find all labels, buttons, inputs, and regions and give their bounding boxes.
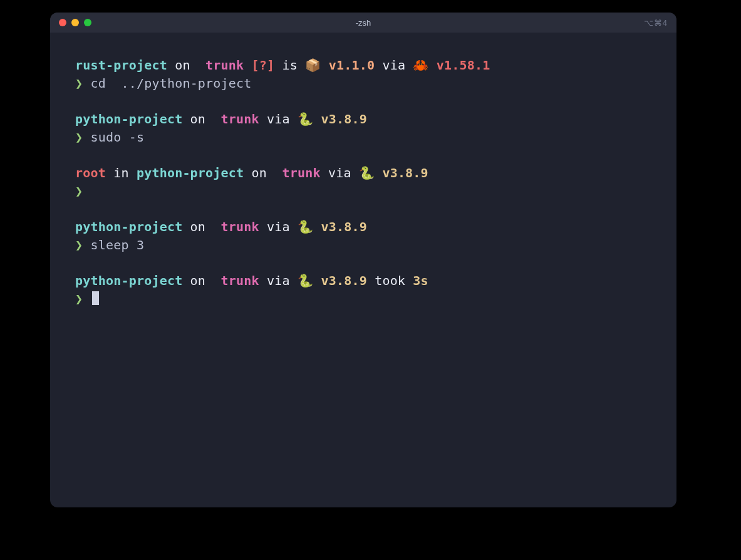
prompt-segment: is — [274, 58, 305, 73]
prompt-segment: on — [244, 165, 274, 180]
window-title: -zsh — [50, 18, 676, 28]
prompt-segment: v3.8.9 — [313, 273, 367, 288]
prompt-segment: trunk — [213, 273, 259, 288]
prompt-segment: via — [259, 111, 298, 127]
prompt-segment: python-project — [137, 165, 244, 180]
terminal-body[interactable]: rust-project on trunk [?] is 📦 v1.1.0 vi… — [50, 33, 676, 507]
prompt-segment: on — [182, 273, 213, 288]
close-icon[interactable] — [59, 19, 66, 26]
prompt-segment: [?] — [244, 58, 274, 73]
python-icon: 🐍 — [298, 111, 313, 127]
space — [83, 291, 90, 306]
blank-line — [75, 147, 651, 164]
blank-line — [75, 93, 651, 110]
prompt-segment: trunk — [213, 111, 259, 127]
prompt-segment: trunk — [213, 219, 259, 234]
space — [83, 76, 90, 91]
prompt-segment: root — [75, 165, 106, 180]
package-icon: 📦 — [305, 58, 321, 73]
terminal-window: -zsh ⌥⌘4 rust-project on trunk [?] is 📦 … — [50, 13, 676, 507]
prompt-line: root in python-project on trunk via 🐍 v3… — [75, 164, 651, 182]
prompt-segment: python-project — [75, 273, 182, 288]
prompt-segment: python-project — [75, 219, 182, 234]
space — [83, 237, 90, 252]
titlebar: -zsh ⌥⌘4 — [50, 13, 676, 33]
prompt-caret-icon: ❯ — [75, 184, 83, 199]
command-line[interactable]: ❯ sleep 3 — [75, 236, 651, 254]
prompt-segment: python-project — [75, 111, 182, 127]
blank-line — [75, 200, 651, 218]
prompt-segment: via — [259, 273, 298, 288]
prompt-segment: via — [259, 219, 298, 234]
python-icon: 🐍 — [298, 219, 313, 234]
prompt-caret-icon: ❯ — [75, 237, 83, 252]
prompt-line: python-project on trunk via 🐍 v3.8.9 — [75, 218, 651, 236]
prompt-segment: v3.8.9 — [375, 165, 428, 180]
prompt-segment: trunk — [274, 165, 320, 180]
crab-icon: 🦀 — [413, 58, 428, 73]
prompt-segment: trunk — [198, 58, 244, 73]
space — [83, 184, 90, 199]
prompt-segment: took — [367, 273, 413, 288]
traffic-lights — [59, 19, 91, 26]
zoom-icon[interactable] — [84, 19, 91, 26]
minimize-icon[interactable] — [71, 19, 79, 26]
blank-line — [75, 254, 651, 272]
prompt-segment: v1.58.1 — [429, 58, 490, 73]
prompt-line: python-project on trunk via 🐍 v3.8.9 too… — [75, 272, 651, 290]
command-line[interactable]: ❯ sudo -s — [75, 128, 651, 147]
prompt-segment: on — [167, 58, 198, 73]
prompt-segment: v1.1.0 — [321, 58, 375, 73]
prompt-line: rust-project on trunk [?] is 📦 v1.1.0 vi… — [75, 56, 651, 75]
space — [83, 130, 90, 145]
prompt-caret-icon: ❯ — [75, 76, 83, 91]
command-text: sleep 3 — [91, 237, 145, 252]
prompt-caret-icon: ❯ — [75, 291, 83, 306]
prompt-line: python-project on trunk via 🐍 v3.8.9 — [75, 110, 651, 128]
prompt-segment: 3s — [413, 273, 428, 288]
command-line[interactable]: ❯ cd ../python-project — [75, 75, 651, 93]
command-line[interactable]: ❯ — [75, 182, 651, 200]
prompt-segment: via — [375, 58, 413, 73]
prompt-segment: in — [106, 165, 137, 180]
command-line[interactable]: ❯ — [75, 290, 651, 308]
python-icon: 🐍 — [359, 165, 375, 180]
titlebar-shortcut-hint: ⌥⌘4 — [644, 18, 668, 28]
prompt-segment: on — [182, 111, 213, 127]
python-icon: 🐍 — [298, 273, 313, 288]
command-text: sudo -s — [91, 130, 145, 145]
command-text: cd ../python-project — [91, 76, 252, 91]
prompt-segment: rust-project — [75, 58, 167, 73]
cursor — [92, 291, 99, 305]
prompt-segment: via — [321, 165, 359, 180]
prompt-segment: v3.8.9 — [313, 111, 367, 127]
prompt-caret-icon: ❯ — [75, 130, 83, 145]
prompt-segment: v3.8.9 — [313, 219, 367, 234]
prompt-segment: on — [182, 219, 213, 234]
